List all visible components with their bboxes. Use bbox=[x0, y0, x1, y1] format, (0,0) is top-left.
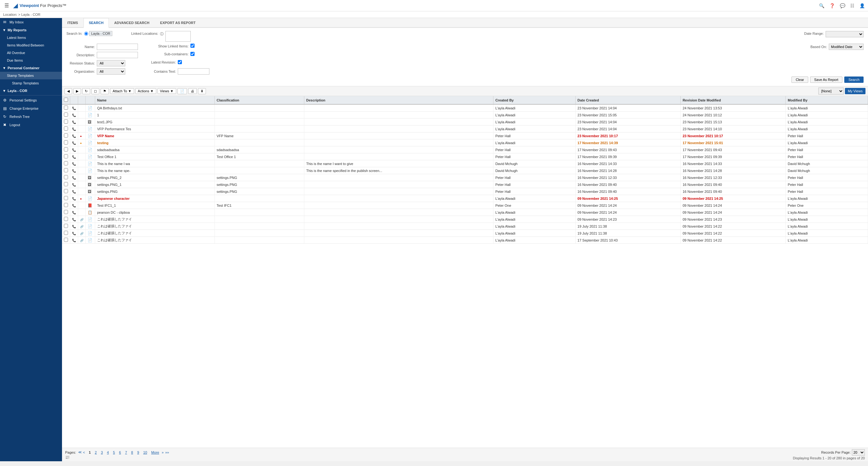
row-name[interactable]: VFP Performance Tes bbox=[95, 126, 215, 132]
latest-revision-checkbox[interactable] bbox=[178, 60, 182, 64]
row-name[interactable]: Test IFC1_1 bbox=[95, 202, 215, 209]
page-5[interactable]: 5 bbox=[111, 450, 116, 455]
row-checkbox[interactable] bbox=[62, 167, 70, 174]
row-name[interactable]: 1 bbox=[95, 111, 215, 119]
attach-to-button[interactable]: Attach To ▼ bbox=[110, 88, 134, 94]
save-as-report-button[interactable]: Save As Report bbox=[810, 76, 842, 83]
toolbar-refresh-btn[interactable]: ↻ bbox=[82, 88, 90, 94]
row-checkbox[interactable] bbox=[62, 195, 70, 202]
linked-locations-input[interactable] bbox=[165, 31, 191, 42]
sidebar-item-all-overdue[interactable]: All Overdue bbox=[0, 49, 62, 57]
search-button[interactable]: Search bbox=[844, 76, 864, 83]
views-button[interactable]: Views ▼ bbox=[158, 88, 176, 94]
sidebar-group-layla-cor[interactable]: ▼ Layla - COR bbox=[0, 87, 62, 95]
page-more[interactable]: More bbox=[150, 450, 161, 455]
row-checkbox[interactable] bbox=[62, 188, 70, 195]
row-checkbox[interactable] bbox=[62, 230, 70, 237]
sidebar-item-personal-settings[interactable]: ⚙ Personal Settings bbox=[0, 96, 62, 104]
views-select[interactable]: [None] bbox=[818, 88, 844, 95]
row-name[interactable]: settings.PNG bbox=[95, 188, 215, 195]
sidebar-item-inbox[interactable]: ✉ My Inbox bbox=[0, 18, 62, 26]
toolbar-back-btn[interactable]: ◀ bbox=[65, 88, 72, 94]
row-name[interactable]: これは破損したファイ bbox=[95, 223, 215, 230]
page-4[interactable]: 4 bbox=[105, 450, 111, 455]
search-in-radio-layla[interactable] bbox=[84, 32, 88, 36]
date-range-select[interactable]: Today Last 7 Days Last 30 Days bbox=[826, 31, 864, 37]
sidebar-item-items-modified[interactable]: Items Modified Between bbox=[0, 41, 62, 49]
organization-select[interactable]: All bbox=[97, 68, 125, 75]
row-name[interactable]: testing bbox=[95, 139, 215, 146]
page-3[interactable]: 3 bbox=[99, 450, 104, 455]
row-checkbox[interactable] bbox=[62, 104, 70, 111]
select-all-checkbox[interactable] bbox=[64, 98, 68, 102]
contains-text-input[interactable] bbox=[178, 68, 209, 75]
row-name[interactable]: VFP Name bbox=[95, 132, 215, 139]
row-name[interactable]: test1.JPG bbox=[95, 119, 215, 126]
row-checkbox[interactable] bbox=[62, 160, 70, 167]
actions-button[interactable]: Actions ▼ bbox=[135, 88, 156, 94]
th-revision-date[interactable]: Revision Date Modified bbox=[680, 96, 785, 104]
description-input[interactable] bbox=[97, 52, 138, 58]
row-checkbox[interactable] bbox=[62, 126, 70, 132]
page-first-icon[interactable]: ≪ bbox=[78, 450, 82, 454]
toolbar-bookmark-btn[interactable]: ⚑ bbox=[101, 88, 109, 94]
th-modified-by[interactable]: Modified By bbox=[786, 96, 868, 104]
row-checkbox[interactable] bbox=[62, 174, 70, 181]
pagination-rss-icon[interactable]: 📰 bbox=[65, 455, 169, 459]
row-checkbox[interactable] bbox=[62, 132, 70, 139]
th-date-created[interactable]: Date Created bbox=[576, 96, 680, 104]
tab-items[interactable]: ITEMS bbox=[62, 18, 84, 27]
based-on-select[interactable]: Modified Date Created Date bbox=[829, 44, 864, 50]
th-classification[interactable]: Classification bbox=[214, 96, 304, 104]
records-per-page-select[interactable]: 20 50 100 bbox=[852, 449, 865, 456]
row-checkbox[interactable] bbox=[62, 223, 70, 230]
sidebar-group-my-reports[interactable]: ▼ My Reports bbox=[0, 26, 62, 34]
sidebar-item-refresh-tree[interactable]: ↻ Refresh Tree bbox=[0, 112, 62, 121]
apps-grid-icon[interactable]: ☷ bbox=[850, 3, 855, 8]
row-checkbox[interactable] bbox=[62, 119, 70, 126]
show-linked-items-checkbox[interactable] bbox=[190, 44, 194, 48]
row-name[interactable]: This is the name spe- bbox=[95, 167, 215, 174]
tab-advanced-search[interactable]: ADVANCED SEARCH bbox=[109, 18, 155, 27]
row-checkbox[interactable] bbox=[62, 216, 70, 223]
page-next-icon[interactable]: » bbox=[162, 451, 163, 454]
row-name[interactable]: settings.PNG_2 bbox=[95, 174, 215, 181]
row-checkbox[interactable] bbox=[62, 209, 70, 216]
row-checkbox[interactable] bbox=[62, 139, 70, 146]
page-9[interactable]: 9 bbox=[136, 450, 141, 455]
page-2[interactable]: 2 bbox=[93, 450, 98, 455]
th-name[interactable]: Name bbox=[95, 96, 215, 104]
tab-search[interactable]: SEARCH bbox=[84, 18, 109, 28]
sidebar-item-change-enterprise[interactable]: ▤ Change Enterprise bbox=[0, 104, 62, 112]
page-last-icon[interactable]: »» bbox=[165, 451, 169, 454]
row-checkbox[interactable] bbox=[62, 237, 70, 244]
toolbar-export-btn[interactable]: 📄 bbox=[178, 88, 187, 94]
page-10[interactable]: 10 bbox=[142, 450, 149, 455]
row-checkbox[interactable] bbox=[62, 202, 70, 209]
row-checkbox[interactable] bbox=[62, 153, 70, 160]
clear-button[interactable]: Clear bbox=[792, 76, 808, 83]
tab-export-as-report[interactable]: EXPORT AS REPORT bbox=[155, 18, 201, 27]
search-icon[interactable]: 🔍 bbox=[819, 3, 824, 8]
toolbar-stop-btn[interactable]: ◻ bbox=[91, 88, 99, 94]
sidebar-group-personal[interactable]: ▼ Personal Container bbox=[0, 64, 62, 72]
help-icon[interactable]: ❓ bbox=[829, 3, 835, 8]
page-prev-icon[interactable]: < bbox=[83, 451, 85, 454]
page-8[interactable]: 8 bbox=[130, 450, 135, 455]
toolbar-forward-btn[interactable]: ▶ bbox=[73, 88, 81, 94]
row-name[interactable]: sdadsadsadsa bbox=[95, 146, 215, 153]
messages-icon[interactable]: 💬 bbox=[840, 3, 845, 8]
sidebar-item-logout[interactable]: ✖ Logout bbox=[0, 121, 62, 129]
page-7[interactable]: 7 bbox=[123, 450, 128, 455]
row-name[interactable]: Japanese character bbox=[95, 195, 215, 202]
name-input[interactable] bbox=[97, 44, 138, 50]
row-checkbox[interactable] bbox=[62, 111, 70, 119]
row-name[interactable]: pearson DC - clipboa bbox=[95, 209, 215, 216]
revision-status-select[interactable]: All Active Archived bbox=[97, 60, 125, 66]
my-views-button[interactable]: My Views bbox=[845, 88, 865, 94]
row-name[interactable]: settings.PNG_1 bbox=[95, 181, 215, 188]
row-name[interactable]: QA Birthdays.txt bbox=[95, 104, 215, 111]
toolbar-print-btn[interactable]: 🖨 bbox=[188, 88, 197, 94]
sidebar-item-stamp-templates-1[interactable]: Stamp Templates bbox=[0, 72, 62, 79]
row-name[interactable]: This is the name I wa bbox=[95, 160, 215, 167]
